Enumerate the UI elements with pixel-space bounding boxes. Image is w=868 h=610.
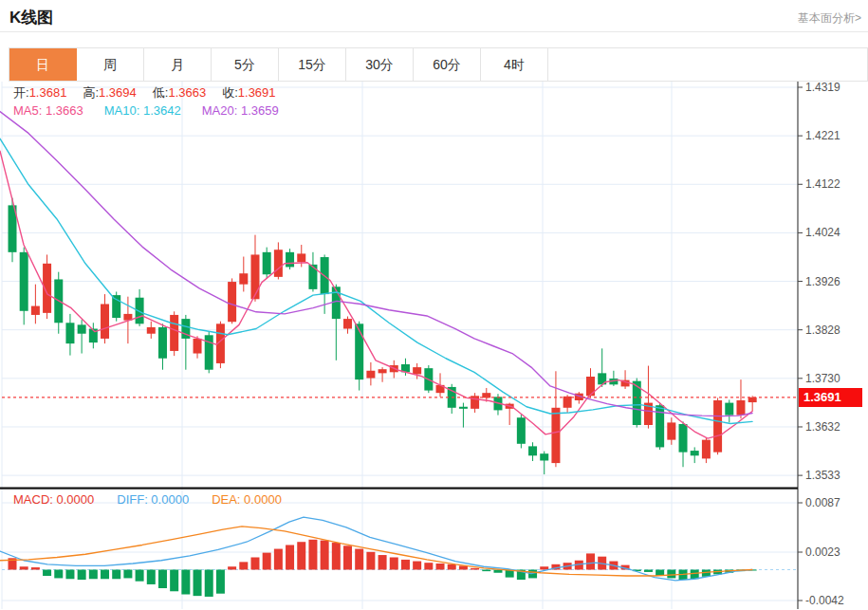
candle-body	[136, 298, 144, 324]
tab-period-60分[interactable]: 60分	[414, 48, 481, 81]
close-label: 收:	[222, 85, 238, 100]
macd-bar	[101, 570, 109, 580]
tab-period-月[interactable]: 月	[144, 48, 212, 81]
tab-period-4时[interactable]: 4时	[481, 48, 548, 81]
candle-body	[250, 254, 259, 299]
macd-bar	[343, 545, 352, 569]
price-axis-tick: 1.4122	[805, 177, 840, 191]
panel-separator	[0, 488, 798, 490]
low-value: 1.3663	[168, 85, 206, 100]
macd-bar	[286, 545, 294, 569]
price-axis-tick: 1.4221	[805, 129, 840, 142]
macd-bar	[170, 570, 178, 592]
macd-bar	[471, 568, 479, 570]
candle-body	[540, 453, 548, 460]
macd-bar	[250, 557, 259, 569]
candle-body	[725, 403, 733, 416]
price-axis-tick: 1.4024	[805, 226, 840, 239]
macd-bar	[355, 549, 363, 570]
candle-body	[263, 252, 271, 274]
macd-bar	[54, 570, 63, 579]
macd-axis-tick: -0.0042	[805, 594, 844, 607]
macd-axis-tick: 0.0023	[805, 545, 840, 559]
ma10-label: MA10:	[104, 103, 140, 118]
macd-bar	[147, 570, 156, 584]
macd-bar	[482, 570, 490, 572]
candle-body	[65, 323, 74, 343]
ma5-label: MA5:	[13, 103, 42, 118]
macd-value: MACD: 0.0000	[13, 492, 94, 507]
macd-bar	[436, 564, 445, 570]
macd-bar	[297, 542, 305, 569]
macd-bar	[181, 570, 190, 595]
page-title: K线图	[9, 7, 53, 28]
ma20-line	[0, 112, 752, 416]
macd-bar	[540, 566, 548, 569]
ma5-value: 1.3663	[46, 103, 83, 118]
candle-body	[274, 250, 283, 277]
macd-bar	[78, 570, 86, 581]
tab-period-日[interactable]: 日	[9, 48, 77, 81]
macd-readout: MACD: 0.0000DIFF: 0.0000DEA: 0.0000	[13, 492, 305, 507]
dea-value: DEA: 0.0000	[212, 492, 282, 507]
open-label: 开:	[13, 85, 29, 100]
macd-bar	[158, 570, 167, 589]
macd-bar	[43, 570, 51, 577]
candle-body	[679, 424, 688, 453]
candle-body	[748, 397, 757, 402]
tab-period-15分[interactable]: 15分	[279, 48, 346, 81]
candle-body	[297, 253, 305, 262]
candle-body	[379, 369, 387, 373]
ma-readout: MA5: 1.3663MA10: 1.3642MA20: 1.3659	[13, 103, 300, 118]
candle-body	[170, 315, 178, 351]
candle-body	[691, 451, 699, 455]
tab-period-30分[interactable]: 30分	[346, 48, 414, 81]
macd-bar	[332, 543, 341, 569]
macd-bar	[644, 570, 653, 572]
macd-bar	[321, 541, 329, 570]
ohlc-readout: 开:1.3681高:1.3694低:1.3663收:1.3691	[13, 84, 292, 102]
tab-period-周[interactable]: 周	[77, 48, 144, 81]
candle-body	[563, 397, 572, 408]
macd-bar	[216, 570, 225, 594]
candle-body	[736, 400, 745, 416]
macd-bar	[205, 570, 213, 597]
macd-bar	[263, 553, 271, 570]
price-axis-tick: 1.3533	[805, 469, 840, 482]
tab-period-5分[interactable]: 5分	[212, 48, 279, 81]
macd-bar	[691, 570, 699, 580]
macd-bar	[274, 549, 283, 570]
candle-body	[308, 265, 317, 289]
macd-bar	[366, 552, 375, 570]
price-axis-tick: 1.3632	[805, 420, 840, 434]
macd-bar	[239, 562, 248, 569]
macd-bar	[308, 540, 317, 570]
ma20-value: 1.3659	[241, 103, 279, 118]
candle-body	[78, 324, 86, 333]
current-price-tag: 1.3691	[799, 388, 862, 407]
header-divider	[0, 31, 868, 32]
candle-body	[194, 339, 202, 354]
macd-bar	[194, 570, 202, 597]
candle-body	[366, 371, 375, 379]
price-axis-tick: 1.3926	[805, 275, 840, 288]
candle-body	[528, 446, 537, 455]
macd-bar	[89, 570, 98, 580]
fundamental-analysis-link[interactable]: 基本面分析>	[798, 10, 861, 27]
macd-bar	[112, 570, 120, 580]
dea-line	[0, 527, 752, 576]
candle-body	[667, 422, 675, 439]
macd-bar	[586, 553, 595, 569]
candle-body	[517, 417, 526, 444]
macd-bar	[20, 566, 28, 569]
ma10-value: 1.3642	[143, 103, 181, 118]
high-value: 1.3694	[99, 85, 137, 100]
candle-body	[459, 407, 468, 409]
candle-body	[355, 323, 363, 379]
high-label: 高:	[83, 85, 99, 100]
macd-bar	[459, 565, 468, 569]
macd-bar	[390, 557, 398, 569]
close-value: 1.3691	[238, 85, 276, 100]
candle-body	[158, 327, 167, 359]
macd-bar	[31, 567, 40, 569]
